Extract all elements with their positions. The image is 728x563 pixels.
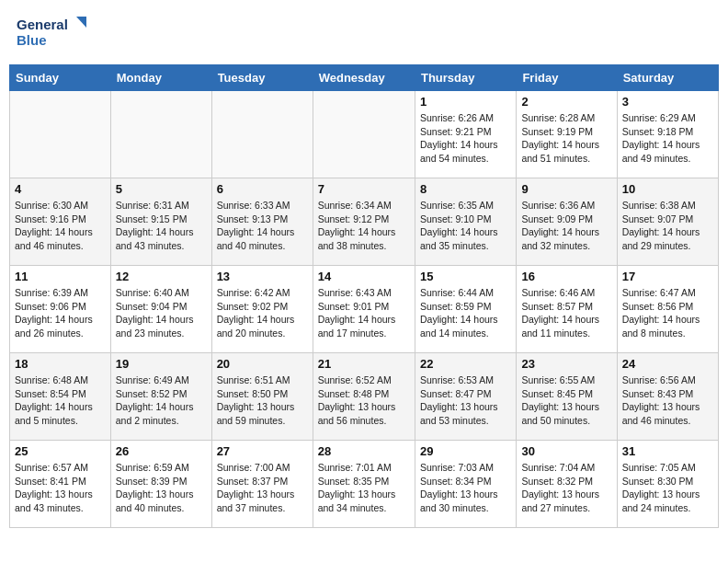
calendar-cell: 21Sunrise: 6:52 AM Sunset: 8:48 PM Dayli… — [313, 353, 415, 441]
calendar-cell: 3Sunrise: 6:29 AM Sunset: 9:18 PM Daylig… — [617, 91, 718, 178]
day-number: 2 — [521, 95, 611, 109]
day-number: 3 — [622, 95, 713, 109]
day-info: Sunrise: 6:44 AM Sunset: 8:59 PM Dayligh… — [420, 286, 511, 340]
weekday-header-monday: Monday — [110, 65, 211, 91]
calendar-cell: 15Sunrise: 6:44 AM Sunset: 8:59 PM Dayli… — [415, 266, 516, 353]
day-number: 11 — [15, 270, 106, 283]
day-number: 7 — [318, 182, 410, 196]
day-number: 5 — [116, 182, 207, 196]
weekday-header-sunday: Sunday — [10, 65, 111, 91]
day-number: 27 — [217, 444, 308, 458]
day-info: Sunrise: 6:56 AM Sunset: 8:43 PM Dayligh… — [622, 373, 713, 428]
day-number: 28 — [318, 444, 410, 458]
calendar-cell: 2Sunrise: 6:28 AM Sunset: 9:19 PM Daylig… — [517, 91, 617, 178]
day-info: Sunrise: 6:59 AM Sunset: 8:39 PM Dayligh… — [116, 461, 207, 515]
calendar-cell: 28Sunrise: 7:01 AM Sunset: 8:35 PM Dayli… — [313, 441, 415, 528]
day-info: Sunrise: 6:55 AM Sunset: 8:45 PM Dayligh… — [521, 373, 611, 428]
day-info: Sunrise: 6:47 AM Sunset: 8:56 PM Dayligh… — [622, 286, 713, 340]
day-info: Sunrise: 6:34 AM Sunset: 9:12 PM Dayligh… — [318, 199, 410, 253]
day-info: Sunrise: 6:39 AM Sunset: 9:06 PM Dayligh… — [15, 286, 106, 340]
logo-svg: General Blue — [17, 13, 90, 53]
day-number: 31 — [622, 444, 713, 458]
day-number: 4 — [15, 182, 106, 196]
day-info: Sunrise: 6:26 AM Sunset: 9:21 PM Dayligh… — [420, 111, 511, 166]
calendar-cell — [110, 91, 211, 178]
calendar-cell: 1Sunrise: 6:26 AM Sunset: 9:21 PM Daylig… — [415, 91, 516, 178]
day-info: Sunrise: 6:49 AM Sunset: 8:52 PM Dayligh… — [116, 373, 207, 428]
calendar-cell: 11Sunrise: 6:39 AM Sunset: 9:06 PM Dayli… — [10, 266, 111, 353]
day-number: 24 — [622, 357, 713, 371]
calendar-cell: 25Sunrise: 6:57 AM Sunset: 8:41 PM Dayli… — [10, 441, 111, 528]
calendar-cell: 22Sunrise: 6:53 AM Sunset: 8:47 PM Dayli… — [415, 353, 516, 441]
day-number: 16 — [521, 270, 611, 283]
weekday-header-saturday: Saturday — [617, 65, 718, 91]
calendar-cell: 18Sunrise: 6:48 AM Sunset: 8:54 PM Dayli… — [10, 353, 111, 441]
day-number: 25 — [15, 444, 106, 458]
logo: General Blue — [17, 13, 90, 53]
calendar-cell: 26Sunrise: 6:59 AM Sunset: 8:39 PM Dayli… — [110, 441, 211, 528]
calendar-cell: 13Sunrise: 6:42 AM Sunset: 9:02 PM Dayli… — [211, 266, 313, 353]
day-info: Sunrise: 6:40 AM Sunset: 9:04 PM Dayligh… — [116, 286, 207, 340]
day-info: Sunrise: 6:33 AM Sunset: 9:13 PM Dayligh… — [217, 199, 308, 253]
calendar-cell: 12Sunrise: 6:40 AM Sunset: 9:04 PM Dayli… — [110, 266, 211, 353]
weekday-header-tuesday: Tuesday — [211, 65, 313, 91]
day-number: 12 — [116, 270, 207, 283]
day-number: 13 — [217, 270, 308, 283]
svg-text:Blue: Blue — [17, 32, 47, 48]
day-info: Sunrise: 6:48 AM Sunset: 8:54 PM Dayligh… — [15, 373, 106, 428]
calendar-cell: 24Sunrise: 6:56 AM Sunset: 8:43 PM Dayli… — [617, 353, 718, 441]
day-info: Sunrise: 7:05 AM Sunset: 8:30 PM Dayligh… — [622, 461, 713, 515]
day-info: Sunrise: 7:01 AM Sunset: 8:35 PM Dayligh… — [318, 461, 410, 515]
day-number: 14 — [318, 270, 410, 283]
calendar-cell: 7Sunrise: 6:34 AM Sunset: 9:12 PM Daylig… — [313, 178, 415, 266]
calendar-cell: 23Sunrise: 6:55 AM Sunset: 8:45 PM Dayli… — [517, 353, 617, 441]
week-row-1: 1Sunrise: 6:26 AM Sunset: 9:21 PM Daylig… — [10, 91, 719, 178]
weekday-header-row: SundayMondayTuesdayWednesdayThursdayFrid… — [10, 65, 719, 91]
calendar-cell: 31Sunrise: 7:05 AM Sunset: 8:30 PM Dayli… — [617, 441, 718, 528]
calendar-cell: 30Sunrise: 7:04 AM Sunset: 8:32 PM Dayli… — [517, 441, 617, 528]
weekday-header-thursday: Thursday — [415, 65, 516, 91]
day-number: 15 — [420, 270, 511, 283]
day-number: 19 — [116, 357, 207, 371]
day-number: 9 — [521, 182, 611, 196]
svg-marker-3 — [76, 17, 86, 28]
calendar-cell: 20Sunrise: 6:51 AM Sunset: 8:50 PM Dayli… — [211, 353, 313, 441]
day-number: 30 — [521, 444, 611, 458]
day-number: 22 — [420, 357, 511, 371]
day-number: 18 — [15, 357, 106, 371]
day-info: Sunrise: 6:51 AM Sunset: 8:50 PM Dayligh… — [217, 373, 308, 428]
day-number: 20 — [217, 357, 308, 371]
calendar-cell: 8Sunrise: 6:35 AM Sunset: 9:10 PM Daylig… — [415, 178, 516, 266]
calendar-cell: 19Sunrise: 6:49 AM Sunset: 8:52 PM Dayli… — [110, 353, 211, 441]
calendar-cell: 17Sunrise: 6:47 AM Sunset: 8:56 PM Dayli… — [617, 266, 718, 353]
day-info: Sunrise: 6:57 AM Sunset: 8:41 PM Dayligh… — [15, 461, 106, 515]
day-info: Sunrise: 6:30 AM Sunset: 9:16 PM Dayligh… — [15, 199, 106, 253]
day-number: 17 — [622, 270, 713, 283]
week-row-5: 25Sunrise: 6:57 AM Sunset: 8:41 PM Dayli… — [10, 441, 719, 528]
week-row-3: 11Sunrise: 6:39 AM Sunset: 9:06 PM Dayli… — [10, 266, 719, 353]
calendar-cell: 16Sunrise: 6:46 AM Sunset: 8:57 PM Dayli… — [517, 266, 617, 353]
day-info: Sunrise: 6:46 AM Sunset: 8:57 PM Dayligh… — [521, 286, 611, 340]
day-info: Sunrise: 6:52 AM Sunset: 8:48 PM Dayligh… — [318, 373, 410, 428]
calendar-cell: 10Sunrise: 6:38 AM Sunset: 9:07 PM Dayli… — [617, 178, 718, 266]
calendar-cell — [10, 91, 111, 178]
day-number: 8 — [420, 182, 511, 196]
svg-text:General: General — [17, 17, 68, 32]
calendar-cell: 14Sunrise: 6:43 AM Sunset: 9:01 PM Dayli… — [313, 266, 415, 353]
day-number: 6 — [217, 182, 308, 196]
day-info: Sunrise: 7:04 AM Sunset: 8:32 PM Dayligh… — [521, 461, 611, 515]
day-info: Sunrise: 6:53 AM Sunset: 8:47 PM Dayligh… — [420, 373, 511, 428]
day-info: Sunrise: 7:00 AM Sunset: 8:37 PM Dayligh… — [217, 461, 308, 515]
weekday-header-wednesday: Wednesday — [313, 65, 415, 91]
week-row-4: 18Sunrise: 6:48 AM Sunset: 8:54 PM Dayli… — [10, 353, 719, 441]
weekday-header-friday: Friday — [517, 65, 617, 91]
day-info: Sunrise: 6:29 AM Sunset: 9:18 PM Dayligh… — [622, 111, 713, 166]
day-info: Sunrise: 6:36 AM Sunset: 9:09 PM Dayligh… — [521, 199, 611, 253]
calendar-cell — [313, 91, 415, 178]
day-info: Sunrise: 6:43 AM Sunset: 9:01 PM Dayligh… — [318, 286, 410, 340]
calendar-cell: 6Sunrise: 6:33 AM Sunset: 9:13 PM Daylig… — [211, 178, 313, 266]
day-info: Sunrise: 6:38 AM Sunset: 9:07 PM Dayligh… — [622, 199, 713, 253]
calendar-cell: 4Sunrise: 6:30 AM Sunset: 9:16 PM Daylig… — [10, 178, 111, 266]
day-number: 10 — [622, 182, 713, 196]
day-info: Sunrise: 6:31 AM Sunset: 9:15 PM Dayligh… — [116, 199, 207, 253]
